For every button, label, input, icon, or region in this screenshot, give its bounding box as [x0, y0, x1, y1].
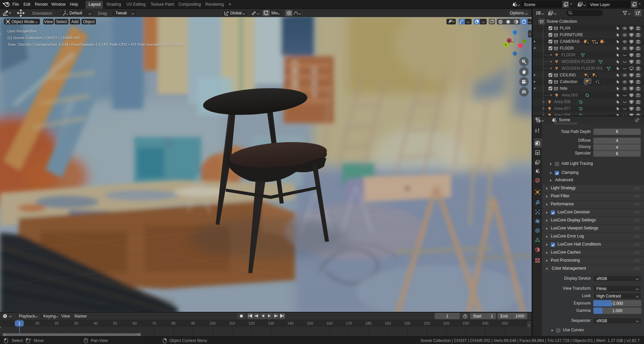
svg-text:X: X [508, 39, 510, 43]
svg-text:Z: Z [514, 31, 516, 34]
svg-text:Y: Y [504, 43, 506, 47]
